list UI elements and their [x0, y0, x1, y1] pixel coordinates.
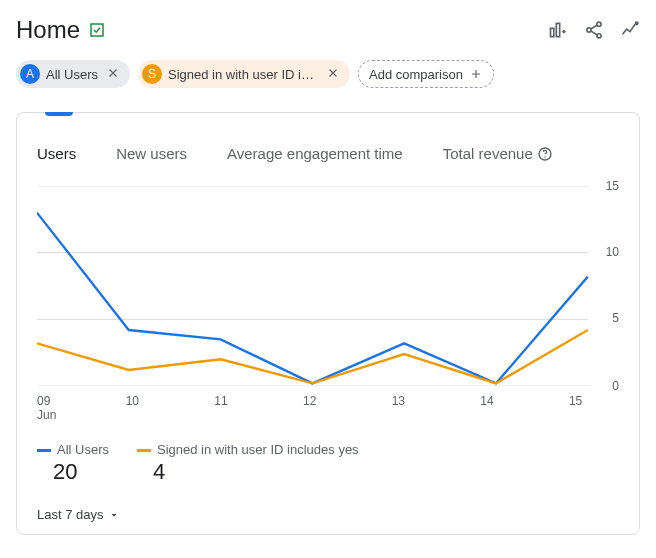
- date-range-label: Last 7 days: [37, 507, 104, 522]
- x-tick: 10: [126, 394, 146, 422]
- chip-label: All Users: [46, 67, 98, 82]
- x-axis: 09 Jun 10 11 12 13 14 15: [37, 394, 589, 422]
- insights-icon[interactable]: [620, 20, 640, 40]
- x-tick: 15: [569, 394, 589, 422]
- chip-remove-icon[interactable]: [324, 66, 342, 83]
- svg-rect-1: [556, 23, 559, 36]
- active-tab-indicator: [45, 112, 73, 116]
- x-tick: 12: [303, 394, 323, 422]
- chart-svg: [37, 186, 619, 386]
- chip-label: Signed in with user ID in…: [168, 67, 318, 82]
- legend-signed-in: Signed in with user ID includes yes 4: [137, 442, 359, 485]
- tab-new-users[interactable]: New users: [116, 145, 187, 162]
- legend-label: All Users: [57, 442, 109, 457]
- legend-swatch: [137, 449, 151, 452]
- comparison-chips: A All Users S Signed in with user ID in……: [16, 60, 640, 88]
- tab-total-revenue[interactable]: Total revenue: [443, 145, 553, 162]
- tab-label: Total revenue: [443, 145, 533, 162]
- series-signed-in: [37, 330, 588, 383]
- tab-users[interactable]: Users: [37, 145, 76, 162]
- add-comparison-label: Add comparison: [369, 67, 463, 82]
- svg-rect-0: [551, 28, 554, 36]
- chart-legend: All Users 20 Signed in with user ID incl…: [37, 442, 619, 485]
- y-tick: 10: [606, 245, 619, 259]
- x-tick: 13: [392, 394, 412, 422]
- x-tick: 14: [480, 394, 500, 422]
- legend-all-users: All Users 20: [37, 442, 109, 485]
- chip-all-users[interactable]: A All Users: [16, 60, 130, 88]
- legend-label: Signed in with user ID includes yes: [157, 442, 359, 457]
- series-all-users: [37, 213, 588, 384]
- x-tick: 11: [214, 394, 234, 422]
- metrics-card: Users New users Average engagement time …: [16, 112, 640, 535]
- chip-badge-a: A: [20, 64, 40, 84]
- y-tick: 5: [612, 311, 619, 325]
- date-range-selector[interactable]: Last 7 days: [37, 507, 619, 522]
- chevron-down-icon: [108, 509, 120, 521]
- share-icon[interactable]: [584, 20, 604, 40]
- metric-tabs: Users New users Average engagement time …: [37, 145, 619, 162]
- chip-badge-s: S: [142, 64, 162, 84]
- x-tick: 09: [37, 394, 57, 408]
- legend-swatch: [37, 449, 51, 452]
- y-tick: 0: [612, 379, 619, 393]
- chip-signed-in[interactable]: S Signed in with user ID in…: [138, 60, 350, 88]
- legend-value: 20: [53, 459, 109, 485]
- chip-remove-icon[interactable]: [104, 66, 122, 83]
- plus-icon: [469, 67, 483, 81]
- y-tick: 15: [606, 179, 619, 193]
- add-comparison-button[interactable]: Add comparison: [358, 60, 494, 88]
- tab-avg-engagement[interactable]: Average engagement time: [227, 145, 403, 162]
- verified-icon: [88, 21, 106, 39]
- svg-point-5: [635, 22, 638, 25]
- help-icon[interactable]: [537, 146, 553, 162]
- legend-value: 4: [153, 459, 359, 485]
- svg-point-7: [544, 156, 545, 157]
- x-tick-month: Jun: [37, 408, 57, 422]
- line-chart: 15 10 5 0: [37, 186, 619, 386]
- page-title: Home: [16, 16, 80, 44]
- customize-icon[interactable]: [548, 20, 568, 40]
